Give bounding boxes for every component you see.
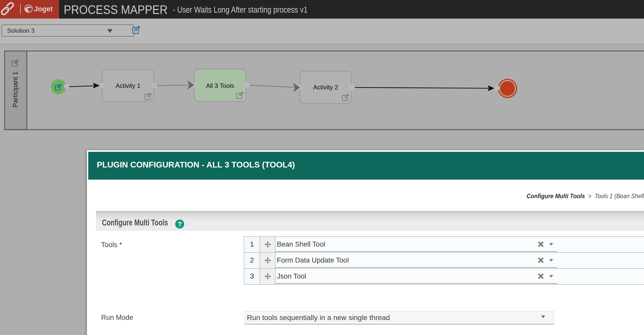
svg-text:Joget: Joget (34, 5, 53, 13)
svg-text:Participant 1: Participant 1 (12, 72, 19, 107)
svg-text:Activity 1: Activity 1 (116, 82, 140, 89)
svg-text:All 3 Tools: All 3 Tools (206, 82, 234, 89)
svg-text:Activity 2: Activity 2 (313, 84, 338, 91)
